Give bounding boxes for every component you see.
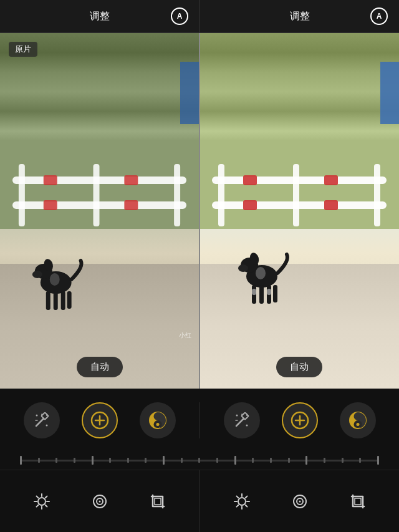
svg-point-43 — [36, 425, 37, 426]
image-left: 原片 小红 自动 — [0, 33, 200, 389]
tick — [20, 456, 22, 465]
svg-point-79 — [238, 498, 246, 505]
wand-icon-right — [234, 412, 250, 428]
svg-line-73 — [45, 496, 47, 498]
tick — [163, 456, 165, 465]
svg-point-51 — [156, 423, 160, 426]
tick — [342, 458, 344, 463]
tick — [181, 458, 183, 463]
svg-rect-36 — [252, 289, 256, 295]
crop-tool-right[interactable] — [349, 492, 367, 511]
svg-rect-3 — [124, 175, 138, 185]
tick — [377, 456, 379, 465]
svg-rect-34 — [273, 285, 277, 302]
svg-rect-20 — [243, 175, 257, 185]
bottom-tools-right — [200, 470, 399, 532]
loop-tool-right[interactable] — [291, 492, 309, 511]
crop-tool-left[interactable] — [148, 492, 167, 511]
svg-line-85 — [245, 505, 247, 506]
tick — [127, 458, 129, 463]
plus-circle-icon-right — [289, 410, 310, 431]
svg-rect-2 — [44, 175, 57, 185]
wand-tool-right[interactable] — [224, 402, 260, 438]
loop-tool-left[interactable] — [90, 492, 109, 511]
tone-tool-right[interactable] — [340, 402, 376, 438]
plus-circle-tool-right[interactable] — [282, 402, 318, 438]
svg-rect-24 — [218, 164, 224, 226]
svg-line-38 — [36, 418, 44, 426]
tick — [305, 456, 307, 465]
auto-button-left[interactable]: 自动 — [77, 357, 123, 377]
svg-rect-22 — [243, 200, 257, 210]
svg-line-71 — [36, 496, 38, 498]
brightness-tool-right[interactable] — [233, 492, 251, 511]
scrubber-dots — [20, 456, 379, 465]
svg-rect-13 — [46, 291, 50, 310]
svg-rect-5 — [124, 200, 138, 210]
crop-icon-left — [148, 492, 167, 511]
svg-point-29 — [238, 264, 248, 272]
tick — [109, 458, 111, 463]
plus-circle-tool-left[interactable] — [82, 402, 118, 438]
svg-rect-39 — [41, 412, 48, 419]
header-icon-left[interactable]: A — [171, 7, 188, 25]
tick — [288, 458, 290, 463]
svg-rect-53 — [241, 412, 248, 419]
svg-point-65 — [356, 423, 359, 426]
svg-rect-7 — [94, 164, 100, 226]
svg-rect-25 — [293, 164, 299, 226]
svg-rect-91 — [355, 498, 361, 505]
image-right: 自动 — [200, 33, 399, 389]
brightness-tool-left[interactable] — [32, 492, 51, 511]
tick — [216, 458, 218, 463]
wand-icon-left — [34, 412, 50, 428]
header-title-right: 调整 — [290, 10, 310, 23]
loop-icon-left — [90, 492, 109, 511]
tick — [252, 458, 254, 463]
svg-point-35 — [256, 267, 266, 279]
header-icon-right[interactable]: A — [370, 7, 388, 25]
fence-left — [0, 33, 199, 389]
tools-bar — [0, 389, 399, 451]
svg-rect-4 — [44, 200, 57, 210]
svg-point-77 — [99, 500, 100, 502]
photo-left-bg — [0, 33, 199, 389]
svg-rect-32 — [259, 285, 264, 304]
watermark-left: 小红 — [179, 331, 191, 340]
svg-rect-78 — [155, 498, 161, 505]
tone-tool-left[interactable] — [140, 402, 176, 438]
tools-right — [200, 402, 399, 438]
svg-rect-6 — [19, 164, 25, 226]
svg-point-57 — [236, 425, 238, 426]
svg-point-55 — [246, 424, 248, 426]
header-right: 调整 A — [200, 0, 399, 33]
scrubber-bar[interactable] — [0, 451, 399, 470]
original-label: 原片 — [9, 42, 37, 57]
tone-icon-right — [348, 410, 368, 430]
tick — [324, 458, 325, 463]
brightness-icon-left — [32, 492, 51, 511]
tick — [55, 458, 57, 463]
bottom-tools-left — [0, 470, 200, 532]
tick — [74, 458, 75, 463]
svg-point-11 — [32, 271, 42, 278]
fence-right — [200, 33, 399, 389]
header-left: 调整 A — [0, 0, 200, 33]
auto-button-right[interactable]: 自动 — [276, 357, 322, 377]
svg-rect-37 — [267, 289, 271, 295]
wand-tool-left[interactable] — [24, 402, 60, 438]
tick — [92, 456, 94, 465]
tick — [270, 458, 272, 463]
svg-rect-21 — [324, 175, 338, 185]
photo-right-bg — [200, 33, 399, 389]
svg-line-84 — [236, 496, 238, 498]
svg-line-52 — [236, 418, 244, 426]
tools-left — [0, 402, 200, 438]
bottom-toolbar — [0, 470, 399, 532]
svg-line-86 — [245, 496, 247, 498]
tick — [198, 458, 200, 463]
svg-point-90 — [299, 500, 300, 502]
tone-icon-left — [148, 410, 168, 430]
scrubber-track[interactable] — [20, 460, 379, 462]
tick — [234, 456, 236, 465]
